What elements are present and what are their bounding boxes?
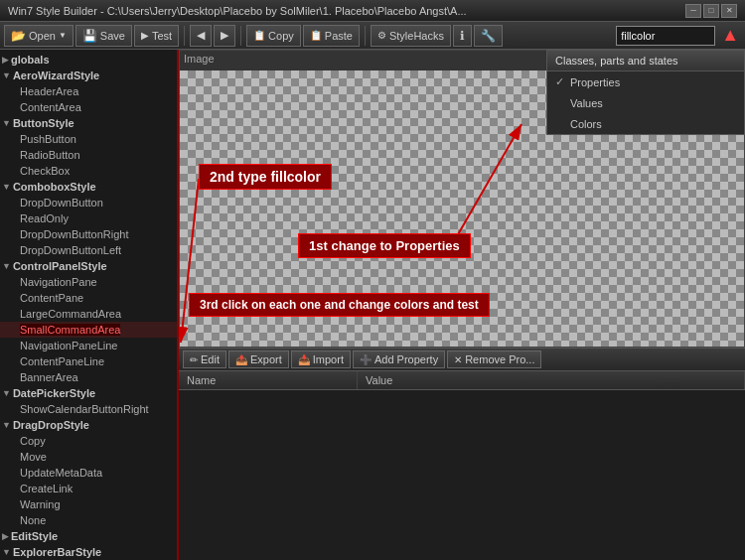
- tree-item[interactable]: SmallCommandArea: [0, 322, 177, 338]
- import-button[interactable]: 📥 Import: [291, 350, 351, 368]
- tree-item-label: BannerArea: [20, 371, 78, 383]
- dropdown-item-properties[interactable]: ✓ Properties: [547, 71, 744, 92]
- back-icon: ◀: [197, 29, 205, 42]
- tree-item-label: CreateLink: [20, 483, 73, 494]
- add-icon: ➕: [360, 354, 372, 365]
- tree-item[interactable]: None: [0, 512, 177, 528]
- tree-item[interactable]: ▼AeroWizardStyle: [0, 68, 177, 83]
- tree-item[interactable]: DropDownButton: [0, 195, 177, 210]
- tree-item[interactable]: ▼ButtonStyle: [0, 115, 177, 131]
- tree-item[interactable]: Move: [0, 449, 177, 465]
- tree-item[interactable]: ▼ExplorerBarStyle: [0, 544, 177, 560]
- test-icon: ▶: [141, 30, 149, 41]
- annotation-fillcolor: 2nd type fillcolor: [199, 164, 332, 190]
- remove-icon: ✕: [454, 354, 462, 365]
- tree-item-label: None: [20, 514, 46, 526]
- add-property-button[interactable]: ➕ Add Property: [353, 350, 445, 368]
- tree-item-label: SmallCommandArea: [20, 324, 120, 336]
- tree-item-label: ComboboxStyle: [13, 181, 96, 193]
- toolbar: 📂 Open ▼ 💾 Save ▶ Test ◀ ▶ 📋 Copy 📋 Past…: [0, 22, 745, 50]
- tree-item[interactable]: ▶EditStyle: [0, 528, 177, 544]
- right-top: Image Classes, parts and states ✓ Proper…: [179, 50, 745, 348]
- back-button[interactable]: ◀: [190, 25, 212, 47]
- tree-item[interactable]: DropDownButtonRight: [0, 226, 177, 242]
- window-controls[interactable]: ─ □ ✕: [685, 4, 737, 18]
- dropdown-item-colors[interactable]: ✓ Colors: [547, 113, 744, 134]
- stylehacks-label: StyleHacks: [389, 30, 444, 42]
- tree-item[interactable]: Warning: [0, 496, 177, 512]
- tree-item[interactable]: PushButton: [0, 131, 177, 147]
- tree-item[interactable]: ▼ComboboxStyle: [0, 179, 177, 195]
- tree-item[interactable]: UpdateMetaData: [0, 465, 177, 481]
- copy-icon: 📋: [253, 30, 265, 41]
- edit-button[interactable]: ✏ Edit: [183, 350, 226, 368]
- tree-item[interactable]: NavigationPane: [0, 274, 177, 290]
- tree-toggle-icon: ▶: [2, 55, 9, 65]
- copy-label: Copy: [268, 30, 294, 42]
- tree-item[interactable]: BannerArea: [0, 369, 177, 385]
- tree-toggle-icon: ▼: [2, 547, 11, 557]
- paste-button[interactable]: 📋 Paste: [303, 25, 360, 47]
- tree-toggle-icon: ▼: [2, 420, 11, 430]
- folder-icon: 📂: [11, 29, 26, 43]
- tree-item[interactable]: ▼DragDropStyle: [0, 417, 177, 433]
- properties-table: Name Value: [179, 371, 745, 560]
- open-button[interactable]: 📂 Open ▼: [4, 25, 74, 47]
- tree-item[interactable]: DropDownButtonLeft: [0, 242, 177, 258]
- tree-item-label: Move: [20, 451, 47, 463]
- export-icon: 📤: [235, 354, 247, 365]
- tree-item-label: ReadOnly: [20, 212, 69, 224]
- tree-item[interactable]: ContentArea: [0, 99, 177, 115]
- tree-toggle-icon: ▼: [2, 118, 11, 128]
- tree-item[interactable]: HeaderArea: [0, 83, 177, 99]
- maximize-button[interactable]: □: [703, 4, 719, 18]
- dropdown-panel: Classes, parts and states ✓ Properties ✓…: [546, 50, 745, 135]
- search-input[interactable]: [616, 26, 715, 46]
- right-panel: Image Classes, parts and states ✓ Proper…: [179, 50, 745, 560]
- tree-item[interactable]: RadioButton: [0, 147, 177, 163]
- bottom-toolbar: ✏ Edit 📤 Export 📥 Import ➕ Add Property …: [179, 348, 745, 371]
- forward-button[interactable]: ▶: [214, 25, 235, 47]
- search-arrow[interactable]: ▲: [719, 25, 741, 46]
- tree-item[interactable]: CreateLink: [0, 481, 177, 496]
- name-column-header: Name: [179, 371, 358, 389]
- values-label: Values: [570, 97, 603, 109]
- tree-item-label: EditStyle: [11, 530, 58, 542]
- tree-item-label: HeaderArea: [20, 85, 78, 97]
- tree-item[interactable]: Copy: [0, 433, 177, 449]
- colors-label: Colors: [570, 118, 602, 130]
- tree-item[interactable]: ContentPane: [0, 290, 177, 306]
- tree-toggle-icon: ▼: [2, 70, 11, 80]
- tree-item-label: DropDownButtonLeft: [20, 244, 121, 256]
- stylehacks-button[interactable]: ⚙ StyleHacks: [371, 25, 451, 47]
- tree-item-label: DropDownButton: [20, 197, 103, 209]
- tree-item[interactable]: NavigationPaneLine: [0, 338, 177, 353]
- close-button[interactable]: ✕: [721, 4, 737, 18]
- save-button[interactable]: 💾 Save: [75, 25, 132, 47]
- tree-item[interactable]: ReadOnly: [0, 210, 177, 226]
- export-button[interactable]: 📤 Export: [228, 350, 289, 368]
- dropdown-header[interactable]: Classes, parts and states: [547, 51, 744, 71]
- tree-item[interactable]: LargeCommandArea: [0, 306, 177, 322]
- forward-icon: ▶: [221, 29, 228, 42]
- tree-item[interactable]: ContentPaneLine: [0, 353, 177, 369]
- test-button[interactable]: ▶ Test: [134, 25, 179, 47]
- tree-item[interactable]: ShowCalendarButtonRight: [0, 401, 177, 417]
- copy-button[interactable]: 📋 Copy: [246, 25, 301, 47]
- remove-property-button[interactable]: ✕ Remove Pro...: [447, 350, 541, 368]
- minimize-button[interactable]: ─: [685, 4, 701, 18]
- tree-item[interactable]: ▼ControlPanelStyle: [0, 258, 177, 274]
- import-icon: 📥: [298, 354, 310, 365]
- open-arrow: ▼: [59, 31, 67, 40]
- tree-item[interactable]: ▼DatePickerStyle: [0, 385, 177, 401]
- save-icon: 💾: [82, 29, 97, 43]
- info-button[interactable]: ℹ: [453, 25, 472, 47]
- dropdown-item-values[interactable]: ✓ Values: [547, 92, 744, 113]
- value-column-header: Value: [358, 371, 745, 389]
- wrench-button[interactable]: 🔧: [474, 25, 503, 47]
- remove-property-label: Remove Pro...: [465, 353, 534, 365]
- tree-item-label: ControlPanelStyle: [13, 260, 107, 272]
- table-header: Name Value: [179, 371, 745, 390]
- tree-item[interactable]: ▶globals: [0, 52, 177, 68]
- tree-item[interactable]: CheckBox: [0, 163, 177, 179]
